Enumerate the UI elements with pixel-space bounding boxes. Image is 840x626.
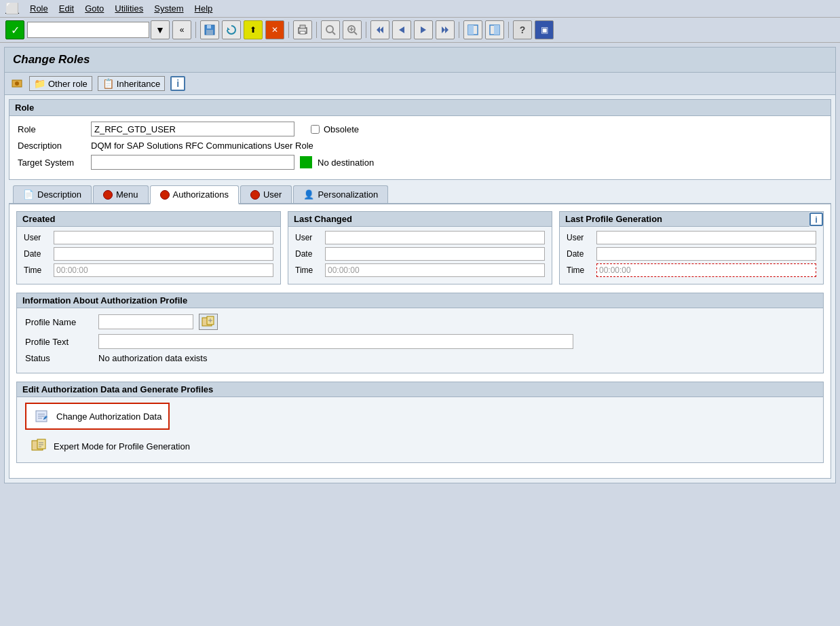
svg-rect-22	[494, 25, 499, 35]
edit-section: Edit Authorization Data and Generate Pro…	[16, 382, 824, 463]
changed-user-input[interactable]	[325, 231, 545, 244]
changed-date-input[interactable]	[325, 247, 545, 261]
green-status-icon	[300, 156, 312, 168]
svg-marker-18	[445, 26, 448, 33]
created-date-input[interactable]	[54, 247, 273, 261]
expert-icon	[31, 438, 47, 454]
print-button[interactable]	[293, 20, 312, 39]
tab-authorizations[interactable]: Authorizations	[150, 185, 239, 204]
menu-item-role[interactable]: Role	[30, 3, 48, 14]
svg-rect-6	[300, 31, 305, 34]
menu-item-help[interactable]: Help	[195, 3, 213, 14]
profile-text-row: Profile Text	[25, 334, 815, 349]
find-button[interactable]	[321, 20, 340, 39]
tab-user[interactable]: User	[240, 185, 292, 203]
tab-description[interactable]: 📄 Description	[13, 185, 92, 203]
change-auth-label: Change Authorization Data	[56, 411, 161, 422]
profile-time-input[interactable]	[596, 263, 816, 277]
nav-button-1[interactable]: ⬆	[244, 20, 263, 39]
save-button[interactable]	[200, 20, 219, 39]
change-authorization-data-button[interactable]: Change Authorization Data	[25, 403, 170, 430]
changed-user-label: User	[295, 233, 321, 242]
created-date-label: Date	[24, 249, 50, 259]
inheritance-button[interactable]: 📋 Inheritance	[98, 76, 165, 91]
created-time-row: Time	[24, 263, 273, 277]
separator-4	[366, 22, 366, 38]
profile-info-button[interactable]: i	[809, 213, 823, 226]
status-row: Status No authorization data exists	[25, 353, 815, 363]
separator-1	[195, 22, 196, 38]
created-user-label: User	[24, 233, 50, 242]
green-check-button[interactable]: ✓	[5, 20, 24, 39]
profile-name-input[interactable]	[98, 314, 193, 329]
created-user-input[interactable]	[54, 231, 273, 244]
no-destination-label: No destination	[318, 158, 374, 168]
target-system-row: Target System No destination	[18, 155, 822, 170]
menu-item-system[interactable]: System	[154, 3, 183, 14]
profile-date-input[interactable]	[596, 247, 816, 261]
menu-bar: ⬜ Role Edit Goto Utilities System Help	[0, 0, 840, 18]
nav-button-2[interactable]: ✕	[265, 20, 284, 39]
target-system-input[interactable]	[91, 155, 294, 170]
tab-menu-label: Menu	[116, 189, 138, 200]
changed-time-label: Time	[295, 265, 321, 275]
expert-mode-button[interactable]: Expert Mode for Profile Generation	[25, 435, 195, 457]
svg-rect-5	[300, 25, 305, 29]
svg-marker-17	[442, 26, 445, 33]
profile-date-row: Date	[567, 247, 816, 261]
monitor-button[interactable]: ▣	[535, 20, 554, 39]
separator-5	[459, 22, 459, 38]
obsolete-checkbox[interactable]	[311, 125, 320, 134]
profile-user-row: User	[567, 231, 816, 244]
description-row: Description DQM for SAP Solutions RFC Co…	[18, 141, 822, 151]
profile-user-label: User	[567, 233, 592, 242]
role-icon	[10, 77, 24, 90]
created-date-row: Date	[24, 247, 273, 261]
help-button[interactable]: ?	[513, 20, 532, 39]
toolbar: ✓ ▼ « ⬆ ✕ ?	[0, 18, 840, 43]
separator-6	[508, 22, 509, 38]
profile-name-browse-button[interactable]	[199, 314, 218, 330]
target-system-label: Target System	[18, 158, 85, 168]
role-input[interactable]	[91, 122, 294, 136]
layout-button-2[interactable]	[485, 20, 504, 39]
changed-time-input[interactable]	[325, 263, 545, 277]
menu-item-utilities[interactable]: Utilities	[115, 3, 143, 14]
tab-personalization[interactable]: 👤 Personalization	[293, 185, 388, 203]
menu-item-edit[interactable]: Edit	[59, 3, 74, 14]
last-profile-body: User Date Time	[560, 227, 823, 284]
layout-button-1[interactable]	[463, 20, 482, 39]
profile-user-input[interactable]	[596, 231, 816, 244]
svg-marker-14	[377, 26, 380, 33]
svg-marker-16	[421, 26, 426, 33]
back-button[interactable]: «	[172, 20, 191, 39]
separator-2	[288, 22, 289, 38]
nav-next-button[interactable]	[414, 20, 433, 39]
nav-first-button[interactable]	[370, 20, 389, 39]
other-role-button[interactable]: 📁 Other role	[29, 76, 92, 91]
description-value: DQM for SAP Solutions RFC Communications…	[91, 141, 313, 151]
page-title: Change Roles	[5, 48, 835, 73]
nav-last-button[interactable]	[436, 20, 455, 39]
tab-authorizations-label: Authorizations	[173, 189, 229, 200]
created-time-input[interactable]	[54, 263, 273, 277]
expert-mode-label: Expert Mode for Profile Generation	[54, 441, 190, 452]
role-section-header: Role	[9, 100, 831, 116]
info-button[interactable]: i	[170, 76, 185, 91]
status-value: No authorization data exists	[98, 353, 207, 363]
nav-prev-button[interactable]	[392, 20, 411, 39]
pencil-icon	[33, 408, 50, 424]
menu-item-goto[interactable]: Goto	[85, 3, 104, 14]
desc-icon: 📄	[23, 189, 34, 200]
tab-description-label: Description	[37, 189, 81, 200]
edit-section-header: Edit Authorization Data and Generate Pro…	[17, 382, 823, 397]
svg-line-10	[354, 32, 357, 35]
dropdown-button[interactable]: ▼	[151, 20, 170, 39]
last-changed-header: Last Changed	[288, 212, 552, 227]
profile-text-input[interactable]	[98, 334, 573, 349]
command-input[interactable]	[27, 22, 149, 38]
tab-menu[interactable]: Menu	[93, 185, 149, 203]
refresh-button[interactable]	[222, 20, 241, 39]
tab-personalization-label: Personalization	[318, 189, 378, 200]
find-next-button[interactable]	[343, 20, 362, 39]
